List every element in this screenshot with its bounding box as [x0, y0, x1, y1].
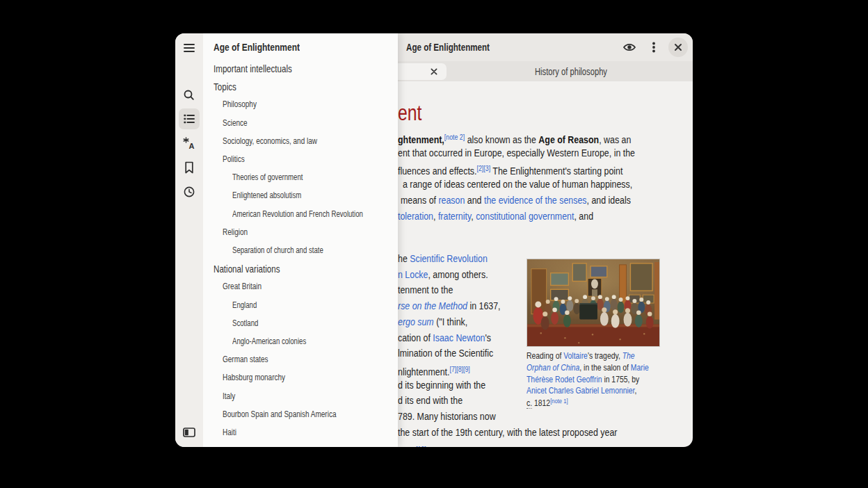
article-text-line: Anicet Charles Gabriel Lemonnier, [527, 385, 636, 396]
text-span: in 1637, [467, 300, 501, 311]
article-text-line: he Scientific Revolution [398, 252, 488, 266]
wiki-link[interactable]: Marie [631, 362, 649, 373]
text-span: he [398, 252, 410, 264]
text-span: 's tragedy, [588, 350, 622, 361]
article-text-line: [10] [416, 442, 426, 447]
text-span: c. [527, 398, 532, 409]
wiki-link[interactable]: Orphan of China [527, 362, 579, 373]
wiki-link[interactable]: the evidence of the senses [484, 194, 587, 206]
search-button[interactable] [179, 85, 200, 106]
article-text-line: Thérèse Rodet Geoffrin in 1755, by [527, 374, 639, 384]
text-span: the start of the 19th century, with the … [398, 426, 617, 438]
text-span: a range of ideas centered on the value o… [403, 178, 632, 190]
text-span: fluences and effects. [398, 165, 477, 177]
article-text-line: c. 1812[note 1] [527, 397, 568, 408]
text-span: 1812 [532, 398, 550, 408]
text-span: and [465, 194, 484, 206]
bookmark-icon [182, 161, 196, 174]
wiki-link[interactable]: Scientific Revolution [410, 252, 488, 264]
text-span: 789. Many historians now [398, 410, 496, 422]
wiki-link[interactable]: fraternity [438, 210, 471, 222]
toc-item[interactable]: Topics [214, 81, 236, 92]
toggle-sidebar-button[interactable] [179, 422, 200, 443]
toc-item[interactable]: Italy [223, 391, 235, 401]
reference-link[interactable]: [note 1] [550, 397, 568, 405]
toc-item[interactable]: Bourbon Spain and Spanish America [223, 409, 336, 419]
text-span: , in the salon of [579, 362, 630, 373]
article-text-line: toleration, fraternity, constitutional g… [398, 209, 593, 223]
toc-title: Age of Enlightenment [214, 41, 300, 53]
article-text-line: ergo sum ("I think, [398, 315, 467, 329]
wiki-link[interactable]: n Locke [398, 268, 428, 280]
lead-image[interactable] [527, 259, 660, 347]
wiki-link[interactable]: constitutional government [476, 210, 574, 222]
wiki-link[interactable]: ergo sum [398, 316, 434, 327]
toc-panel: Age of Enlightenment Important intellect… [203, 33, 398, 447]
toc-item[interactable]: American Revolution and French Revolutio… [232, 209, 363, 219]
toc-item[interactable]: Habsburg monarchy [223, 373, 285, 382]
text-span: , and ideals [586, 194, 630, 206]
bookmarks-button[interactable] [179, 157, 200, 178]
toc-item[interactable]: German states [223, 355, 268, 364]
text-span: nlightenment. [398, 366, 449, 377]
reference-link[interactable]: [10] [416, 445, 426, 447]
text-span: , was an [599, 133, 631, 145]
hamburger-icon [182, 41, 196, 55]
toc-item[interactable]: Theories of government [232, 172, 303, 182]
article-text-line: tenment to the [398, 283, 453, 297]
toc-item[interactable]: National variations [214, 263, 280, 275]
toc-item[interactable]: Separation of church and state [232, 245, 323, 255]
text-span: ent that occurred in Europe, especially … [398, 147, 635, 158]
toc-item[interactable]: England [232, 300, 257, 310]
article-text-line: d its beginning with the [398, 378, 485, 392]
app-window: Age of Enlightenment [175, 33, 693, 447]
toc-item[interactable]: Science [223, 118, 248, 128]
search-icon [182, 88, 196, 102]
toc-item[interactable]: Enlightened absolutism [232, 190, 301, 200]
languages-button[interactable]: A [179, 133, 200, 154]
toc-button[interactable] [179, 108, 200, 129]
wiki-link[interactable]: toleration [398, 210, 433, 222]
wiki-link[interactable]: Anicet Charles Gabriel Lemonnier [527, 385, 635, 396]
article-text-line: n Locke, among others. [398, 268, 488, 282]
text-span: Reading of [527, 350, 563, 361]
article-text-line: d its end with the [398, 393, 463, 407]
article-text-line: Orphan of China, in the salon of Marie [527, 362, 649, 373]
article-text-line: cation of Isaac Newton's [398, 331, 491, 345]
wiki-link[interactable]: The [622, 350, 635, 361]
wiki-link[interactable]: Thérèse Rodet Geoffrin [527, 374, 602, 384]
toc-item[interactable]: Important intellectuals [214, 63, 292, 74]
text-span: in 1755, by [602, 374, 640, 384]
wiki-link[interactable]: reason [438, 194, 465, 206]
article-title: ent [398, 101, 421, 126]
wiki-link[interactable]: Isaac Newton [433, 332, 485, 343]
reference-link[interactable]: [7][8][9] [449, 365, 469, 373]
toc-item[interactable]: Philosophy [223, 99, 257, 109]
toc-item[interactable]: Religion [223, 227, 248, 237]
text-span: lmination of the Scientific [398, 347, 493, 359]
clock-icon [182, 185, 196, 199]
text-span: ghtenment, [398, 133, 444, 145]
toc-item[interactable]: Politics [223, 154, 245, 164]
reference-link[interactable]: [note 2] [444, 133, 465, 141]
text-span: also known as the [465, 133, 538, 145]
wiki-link[interactable]: rse on the Method [398, 300, 467, 311]
history-button[interactable] [179, 181, 200, 202]
reference-link[interactable]: [2][3] [477, 164, 491, 172]
article-text-line: 789. Many historians now [398, 409, 496, 423]
article-text-line: ent that occurred in Europe, especially … [398, 146, 635, 160]
svg-text:A: A [189, 142, 195, 150]
screen: Age of Enlightenment [0, 0, 868, 488]
text-span: , [635, 385, 637, 396]
text-span: ("I think, [434, 316, 468, 327]
toc-item[interactable]: Scotland [232, 318, 258, 328]
toc-item[interactable]: Anglo-American colonies [232, 336, 306, 346]
main-menu-button[interactable] [179, 38, 200, 58]
toc-item[interactable]: Great Britain [223, 282, 262, 291]
toc-item[interactable]: Sociology, economics, and law [223, 136, 317, 146]
toc-item[interactable]: Haiti [223, 428, 236, 437]
wiki-link[interactable]: Voltaire [563, 350, 588, 361]
article-text-line: fluences and effects.[2][3] The Enlighte… [398, 161, 622, 178]
article-text-line: ghtenment,[note 2] also known as the Age… [398, 130, 631, 147]
list-icon [182, 112, 196, 126]
